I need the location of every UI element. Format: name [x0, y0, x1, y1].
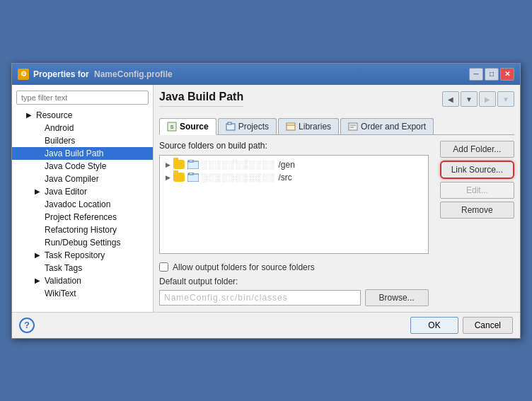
tab-content-source: Source folders on build path: ▶ ░░░░: [159, 141, 514, 306]
tab-order-export[interactable]: Order and Export: [340, 118, 434, 134]
ok-button[interactable]: OK: [410, 317, 458, 334]
remove-button[interactable]: Remove: [440, 202, 514, 219]
sidebar-item-label: Run/Debug Settings: [45, 238, 120, 248]
tree-item-gen[interactable]: ▶ ░░░░░░░░░░░ /gen: [163, 158, 425, 171]
output-folders-checkbox-row: Allow output folders for source folders: [159, 262, 429, 272]
output-folders-label: Allow output folders for source folders: [173, 262, 315, 272]
tree-item-src[interactable]: ▶ ░░░░░░░░░░░ /src: [163, 171, 425, 184]
cancel-button[interactable]: Cancel: [463, 317, 513, 334]
sidebar-item-task-repository[interactable]: ▶ Task Repository: [12, 249, 153, 262]
sidebar-item-validation[interactable]: ▶ Validation: [12, 274, 153, 287]
svg-rect-6: [349, 123, 357, 130]
tab-bar: S Source Projects Libraries: [159, 118, 514, 135]
source-tab-icon: S: [167, 122, 177, 132]
tree-expand-arrow-gen: ▶: [166, 161, 170, 168]
sidebar-item-label: WikiText: [45, 289, 76, 298]
titlebar-left: ⚙ Properties for NameConfig.profile: [18, 69, 173, 80]
action-buttons-panel: Add Folder... Link Source... Edit... Rem…: [440, 141, 514, 306]
svg-rect-9: [187, 161, 199, 169]
close-button[interactable]: ✕: [500, 68, 514, 81]
sidebar-item-label: Task Tags: [45, 263, 82, 273]
section-label: Source folders on build path:: [159, 141, 429, 151]
browse-button[interactable]: Browse...: [365, 289, 429, 306]
sidebar-item-label: Javadoc Location: [45, 199, 110, 209]
add-folder-button[interactable]: Add Folder...: [440, 141, 514, 158]
sidebar-item-project-references[interactable]: Project References: [12, 211, 153, 223]
svg-text:S: S: [170, 124, 174, 129]
sidebar-item-android[interactable]: Android: [12, 122, 153, 134]
sidebar-item-label: Project References: [45, 212, 117, 222]
dialog-footer: ? OK Cancel: [12, 312, 520, 338]
tree-expand-arrow-src: ▶: [166, 174, 170, 181]
sidebar-item-label: Task Repository: [45, 250, 105, 260]
sidebar-item-javadoc[interactable]: Javadoc Location: [12, 198, 153, 211]
folder-name-src: ░░░░░░░░░░░: [202, 173, 276, 182]
filter-input[interactable]: [16, 91, 149, 105]
tab-libraries-label: Libraries: [299, 122, 331, 132]
window-controls: ─ □ ✕: [469, 68, 514, 81]
app-icon: ⚙: [18, 69, 29, 80]
output-folder-label: Default output folder:: [159, 277, 429, 286]
folder-name-gen: ░░░░░░░░░░░: [202, 160, 276, 170]
folder-suffix-gen: /gen: [279, 160, 295, 170]
tab-source[interactable]: S Source: [159, 118, 216, 135]
maximize-button[interactable]: □: [485, 68, 499, 81]
sidebar-item-label: Builders: [45, 136, 75, 146]
folder-icon-gen: [173, 160, 185, 169]
svg-rect-4: [287, 123, 295, 130]
folder-icon-src: [173, 173, 185, 182]
svg-rect-10: [189, 160, 193, 162]
expand-arrow: ▶: [26, 111, 33, 119]
sidebar: ▶ Resource Android Builders Java Build P…: [12, 85, 154, 312]
sidebar-item-label: Java Code Style: [45, 161, 106, 171]
minimize-button[interactable]: ─: [469, 68, 483, 81]
forward-dropdown[interactable]: ▼: [497, 91, 514, 107]
package-icon-src: [187, 173, 199, 182]
svg-rect-11: [187, 174, 199, 182]
projects-tab-icon: [226, 122, 236, 132]
sidebar-item-task-tags[interactable]: Task Tags: [12, 262, 153, 274]
nav-toolbar: ◀ ▼ ▶ ▼: [442, 91, 514, 107]
title-suffix: NameConfig.profile: [94, 69, 173, 79]
window-title: Properties for NameConfig.profile: [33, 69, 173, 79]
sidebar-item-label: Validation: [45, 276, 81, 286]
output-folder-row: Browse...: [159, 289, 429, 306]
sidebar-item-label: Java Build Path: [45, 149, 103, 158]
panel-title: Java Build Path: [159, 91, 243, 107]
footer-buttons: OK Cancel: [410, 317, 513, 334]
help-button[interactable]: ?: [19, 318, 35, 333]
source-folders-tree[interactable]: ▶ ░░░░░░░░░░░ /gen ▶: [159, 155, 429, 254]
sidebar-item-java-compiler[interactable]: Java Compiler: [12, 173, 153, 185]
svg-rect-12: [189, 173, 193, 175]
properties-dialog: ⚙ Properties for NameConfig.profile ─ □ …: [11, 63, 521, 339]
tab-projects-label: Projects: [238, 122, 269, 132]
sidebar-item-java-build-path[interactable]: Java Build Path: [12, 147, 153, 160]
sidebar-item-refactoring[interactable]: Refactoring History: [12, 223, 153, 236]
tab-projects[interactable]: Projects: [218, 118, 277, 134]
back-dropdown[interactable]: ▼: [461, 91, 478, 107]
sidebar-item-java-editor[interactable]: ▶ Java Editor: [12, 185, 153, 198]
expand-arrow: ▶: [35, 251, 42, 259]
output-folders-checkbox[interactable]: [159, 262, 168, 272]
sidebar-item-label: Android: [45, 123, 74, 133]
tab-libraries[interactable]: Libraries: [278, 118, 339, 134]
package-icon-gen: [187, 160, 199, 169]
titlebar: ⚙ Properties for NameConfig.profile ─ □ …: [12, 64, 520, 85]
svg-rect-3: [228, 122, 231, 124]
sidebar-item-builders[interactable]: Builders: [12, 134, 153, 147]
back-button[interactable]: ◀: [442, 91, 459, 107]
edit-button[interactable]: Edit...: [440, 182, 514, 199]
sidebar-item-resource[interactable]: ▶ Resource: [12, 109, 153, 122]
order-export-tab-icon: [348, 122, 358, 132]
sidebar-item-wikitext[interactable]: WikiText: [12, 287, 153, 300]
expand-arrow: ▶: [35, 187, 42, 195]
dialog-content: ▶ Resource Android Builders Java Build P…: [12, 85, 520, 312]
forward-button[interactable]: ▶: [479, 91, 496, 107]
output-folder-input[interactable]: [159, 290, 361, 306]
sidebar-item-java-code-style[interactable]: Java Code Style: [12, 160, 153, 173]
source-tree-area: Source folders on build path: ▶ ░░░░: [159, 141, 429, 306]
tab-source-label: Source: [180, 122, 209, 132]
link-source-button[interactable]: Link Source...: [440, 161, 514, 179]
folder-suffix-src: /src: [279, 173, 292, 182]
sidebar-item-run-debug[interactable]: Run/Debug Settings: [12, 236, 153, 249]
